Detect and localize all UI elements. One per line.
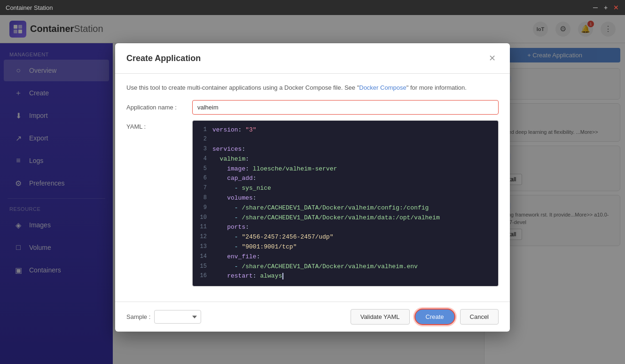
yaml-line-2: 2 xyxy=(197,135,493,145)
dialog-header: Create Application ✕ xyxy=(115,43,510,74)
yaml-line-15: 15 - /share/CACHEDEV1_DATA/Docker/valhei… xyxy=(197,262,493,272)
dialog-close-button[interactable]: ✕ xyxy=(485,52,499,65)
yaml-line-13: 13 - "9001:9001/tcp" xyxy=(197,242,493,252)
modal-overlay: Create Application ✕ Use this tool to cr… xyxy=(0,15,625,364)
app-name-input[interactable] xyxy=(192,100,499,115)
dialog-title: Create Application xyxy=(126,54,201,63)
yaml-line-5: 5 image: lloesche/valheim-server xyxy=(197,164,493,174)
docker-compose-link[interactable]: Docker Compose xyxy=(359,84,406,91)
window-controls: ─ + ✕ xyxy=(592,4,619,11)
yaml-label: YAML : xyxy=(126,120,192,287)
app-name-row: Application name : xyxy=(126,100,499,115)
dialog-info-text: Use this tool to create multi-container … xyxy=(126,83,499,93)
app-title: Container Station xyxy=(6,4,53,11)
footer-left: Sample : xyxy=(126,310,201,324)
footer-right: Validate YAML Create Cancel xyxy=(351,309,499,325)
dialog-body: Use this tool to create multi-container … xyxy=(115,74,510,302)
yaml-line-7: 7 - sys_nice xyxy=(197,184,493,194)
minimize-button[interactable]: ─ xyxy=(592,4,599,11)
yaml-line-16: 16 restart: always xyxy=(197,271,493,281)
yaml-line-14: 14 env_file: xyxy=(197,252,493,262)
yaml-line-3: 3 services: xyxy=(197,145,493,155)
yaml-line-1: 1 version: "3" xyxy=(197,125,493,135)
cancel-button[interactable]: Cancel xyxy=(460,309,499,325)
sample-select[interactable] xyxy=(154,310,201,324)
close-button[interactable]: ✕ xyxy=(613,4,619,11)
sample-label: Sample : xyxy=(126,313,150,320)
yaml-editor[interactable]: 1 version: "3" 2 3 services: 4 valheim: xyxy=(192,120,499,287)
yaml-line-4: 4 valheim: xyxy=(197,155,493,164)
yaml-line-6: 6 cap_add: xyxy=(197,174,493,184)
validate-yaml-button[interactable]: Validate YAML xyxy=(351,309,410,325)
yaml-line-10: 10 - /share/CACHEDEV1_DATA/Docker/valhei… xyxy=(197,213,493,223)
title-bar: Container Station ─ + ✕ xyxy=(0,0,625,15)
yaml-line-9: 9 - /share/CACHEDEV1_DATA/Docker/valheim… xyxy=(197,203,493,213)
yaml-line-11: 11 ports: xyxy=(197,223,493,232)
maximize-button[interactable]: + xyxy=(602,4,609,11)
create-application-dialog: Create Application ✕ Use this tool to cr… xyxy=(115,43,510,332)
yaml-line-12: 12 - "2456-2457:2456-2457/udp" xyxy=(197,232,493,242)
app-name-label: Application name : xyxy=(126,104,192,111)
yaml-line-8: 8 volumes: xyxy=(197,194,493,203)
yaml-row: YAML : 1 version: "3" 2 3 services: xyxy=(126,120,499,287)
create-button[interactable]: Create xyxy=(414,309,455,325)
dialog-footer: Sample : Validate YAML Create Cancel xyxy=(115,302,510,332)
